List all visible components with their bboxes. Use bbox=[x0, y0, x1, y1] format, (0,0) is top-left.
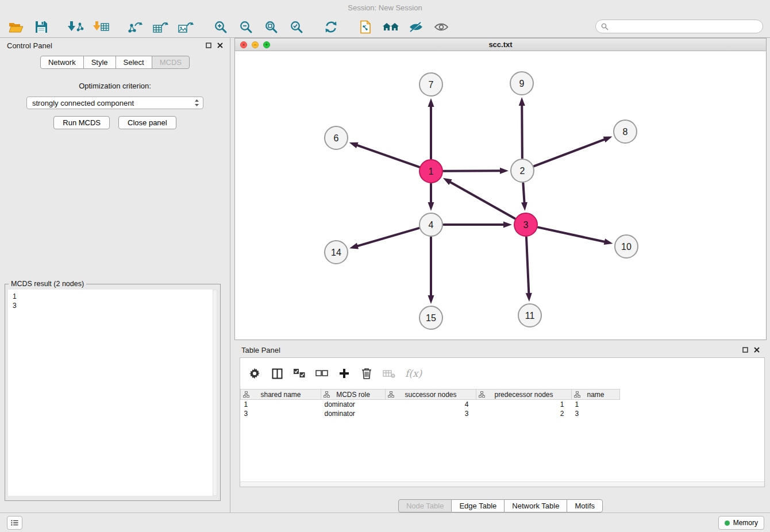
graph-node-8[interactable]: 8 bbox=[614, 120, 637, 143]
column-header-label: shared name bbox=[260, 391, 301, 399]
zoom-out-button[interactable] bbox=[236, 18, 256, 36]
graph-edge-2-3[interactable] bbox=[521, 183, 528, 211]
tab-network-table[interactable]: Network Table bbox=[504, 499, 567, 512]
table-cell: dominator bbox=[321, 409, 386, 418]
table-panel-header: Table Panel bbox=[234, 342, 767, 357]
float-window-icon bbox=[742, 347, 748, 353]
column-header-successor-nodes[interactable]: successor nodes bbox=[386, 390, 476, 400]
trash-icon bbox=[361, 368, 372, 379]
graph-node-10[interactable]: 10 bbox=[615, 235, 638, 258]
memory-button[interactable]: Memory bbox=[718, 516, 764, 530]
graph-node-11[interactable]: 11 bbox=[518, 304, 541, 327]
network-window-titlebar: scc.txt × − + bbox=[235, 38, 766, 51]
graph-edge-3-1[interactable] bbox=[443, 178, 515, 218]
add-column-button[interactable] bbox=[338, 368, 351, 379]
graph-node-6[interactable]: 6 bbox=[325, 126, 348, 149]
panel-menu-button[interactable] bbox=[7, 516, 22, 530]
graph-edge-1-6[interactable] bbox=[349, 142, 419, 167]
open-session-button[interactable] bbox=[6, 18, 26, 36]
column-header-label: name bbox=[587, 391, 604, 399]
table-settings-button[interactable] bbox=[248, 368, 261, 379]
run-mcds-button[interactable]: Run MCDS bbox=[53, 116, 110, 129]
close-panel-button-cp[interactable]: Close panel bbox=[118, 116, 176, 129]
optimization-criterion-label: Optimization criterion: bbox=[0, 82, 230, 90]
export-table-button[interactable] bbox=[151, 18, 171, 36]
sort-hierarchy-icon bbox=[388, 391, 394, 399]
tab-mcds[interactable]: MCDS bbox=[152, 56, 190, 69]
tab-network[interactable]: Network bbox=[40, 56, 84, 69]
status-bar: Memory bbox=[0, 512, 770, 532]
close-icon bbox=[754, 347, 760, 353]
close-window-button[interactable]: × bbox=[240, 41, 247, 48]
graph-edge-2-9[interactable] bbox=[519, 97, 525, 158]
zoom-fit-button[interactable] bbox=[261, 18, 282, 36]
graph-edge-2-8[interactable] bbox=[534, 137, 613, 167]
export-image-button[interactable] bbox=[176, 18, 197, 36]
deselect-all-rows-button[interactable] bbox=[315, 368, 328, 379]
row-filler bbox=[620, 409, 765, 418]
close-table-panel-button[interactable] bbox=[754, 347, 760, 353]
zoom-in-icon bbox=[214, 20, 228, 34]
zoom-in-button[interactable] bbox=[210, 18, 231, 36]
svg-text:11: 11 bbox=[525, 311, 535, 321]
open-folder-icon bbox=[9, 21, 24, 33]
export-network-button[interactable] bbox=[125, 18, 146, 36]
float-window-icon bbox=[206, 43, 211, 48]
network-window-title: scc.txt bbox=[235, 40, 766, 49]
graph-node-3[interactable]: 3 bbox=[514, 213, 537, 236]
graph-edge-3-10[interactable] bbox=[538, 228, 613, 245]
close-panel-button[interactable] bbox=[217, 43, 223, 48]
minimize-window-button[interactable]: − bbox=[252, 41, 259, 48]
tab-node-table[interactable]: Node Table bbox=[398, 499, 452, 512]
home-icon bbox=[382, 21, 399, 33]
table-horizontal-scrollbar[interactable] bbox=[240, 481, 764, 487]
zoom-selected-button[interactable] bbox=[286, 18, 307, 36]
graph-edge-4-15[interactable] bbox=[428, 237, 434, 304]
tab-edge-table[interactable]: Edge Table bbox=[451, 499, 505, 512]
graph-edge-4-3[interactable] bbox=[444, 222, 512, 228]
show-view-button[interactable] bbox=[431, 18, 452, 36]
network-canvas[interactable]: 7968124314101511 bbox=[235, 51, 766, 340]
optimization-dropdown[interactable]: strongly connected component bbox=[26, 97, 203, 109]
search-input[interactable] bbox=[611, 22, 757, 32]
column-header-mcds-role[interactable]: MCDS role bbox=[321, 390, 386, 400]
graphics-details-button[interactable] bbox=[406, 18, 426, 36]
save-session-button[interactable] bbox=[31, 18, 52, 36]
graph-node-9[interactable]: 9 bbox=[510, 72, 533, 95]
network-window: scc.txt × − + 7968124314101511 bbox=[234, 38, 767, 340]
zoom-selected-icon bbox=[290, 20, 303, 34]
graph-node-14[interactable]: 14 bbox=[325, 241, 348, 264]
graph-edge-1-2[interactable] bbox=[444, 168, 509, 174]
graph-node-1[interactable]: 1 bbox=[419, 160, 442, 183]
tab-motifs[interactable]: Motifs bbox=[567, 499, 603, 512]
graph-node-4[interactable]: 4 bbox=[419, 213, 442, 236]
refresh-view-button[interactable] bbox=[321, 18, 341, 36]
column-header-predecessor-nodes[interactable]: predecessor nodes bbox=[476, 390, 572, 400]
fx-icon: f(x) bbox=[405, 368, 422, 379]
select-all-rows-button[interactable] bbox=[293, 368, 306, 379]
float-table-panel-button[interactable] bbox=[742, 347, 748, 353]
float-panel-button[interactable] bbox=[206, 43, 211, 48]
column-header-shared-name[interactable]: shared name bbox=[241, 390, 321, 400]
graph-node-2[interactable]: 2 bbox=[511, 159, 534, 182]
graph-node-7[interactable]: 7 bbox=[419, 73, 442, 96]
import-table-button[interactable] bbox=[91, 18, 111, 36]
result-scrollbar[interactable] bbox=[213, 290, 217, 496]
graph-edge-4-14[interactable] bbox=[349, 228, 419, 249]
network-document-button[interactable] bbox=[355, 18, 376, 36]
graph-node-15[interactable]: 15 bbox=[419, 306, 442, 329]
graph-edge-1-7[interactable] bbox=[428, 98, 434, 159]
show-columns-button[interactable] bbox=[271, 368, 283, 379]
maximize-window-button[interactable]: + bbox=[263, 41, 270, 48]
table-row[interactable]: 3dominator323 bbox=[241, 409, 765, 418]
svg-text:6: 6 bbox=[334, 133, 339, 143]
tab-style[interactable]: Style bbox=[83, 56, 116, 69]
tab-select[interactable]: Select bbox=[116, 56, 152, 69]
home-button[interactable] bbox=[380, 18, 401, 36]
table-row[interactable]: 1dominator411 bbox=[241, 400, 765, 409]
import-network-button[interactable] bbox=[66, 18, 86, 36]
graph-edge-1-4[interactable] bbox=[428, 184, 434, 211]
graph-edge-3-11[interactable] bbox=[526, 237, 532, 302]
delete-column-button[interactable] bbox=[360, 368, 373, 379]
column-header-name[interactable]: name bbox=[572, 390, 620, 400]
